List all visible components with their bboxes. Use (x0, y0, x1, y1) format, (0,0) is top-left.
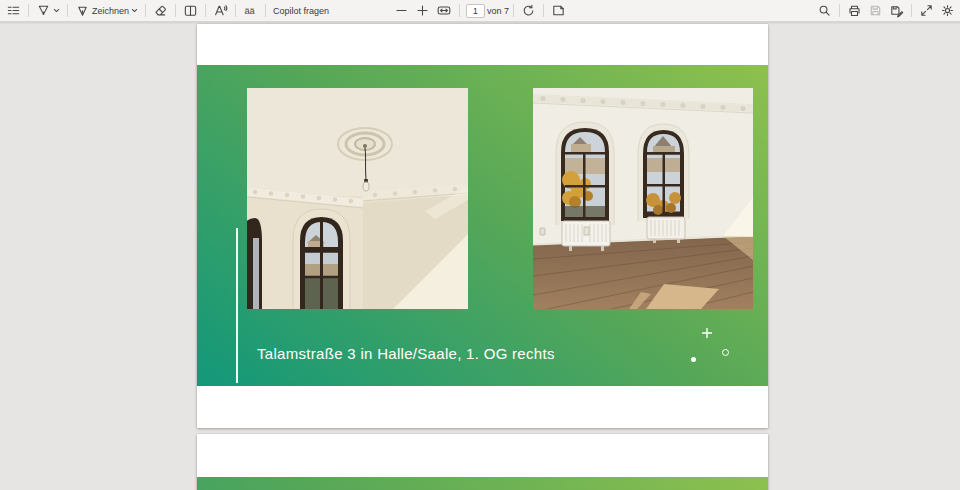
pdf-toolbar: Zeichnen ää Copilot fr (0, 0, 960, 22)
fit-width-icon (436, 3, 452, 18)
divider (145, 4, 146, 17)
slide-title: Talamstraße 3 in Halle/Saale, 1. OG rech… (257, 345, 555, 362)
draw-button[interactable]: Zeichnen (72, 1, 141, 20)
fullscreen-icon (919, 3, 934, 18)
copilot-label: Copilot fragen (273, 6, 329, 16)
toolbar-right-group (814, 0, 958, 21)
toolbar-left-group: Zeichnen ää Copilot fr (3, 0, 332, 21)
pdf-page-1: Talamstraße 3 in Halle/Saale, 1. OG rech… (197, 24, 768, 428)
settings-button[interactable] (937, 1, 958, 20)
photo-arched-windows-room (533, 88, 753, 309)
printer-icon (847, 3, 862, 18)
page-number-input[interactable] (466, 4, 485, 18)
ceiling-rosette-illustration (247, 88, 468, 309)
rotate-icon (521, 3, 536, 18)
pdf-viewer-canvas[interactable]: Talamstraße 3 in Halle/Saale, 1. OG rech… (0, 22, 960, 490)
photo-ceiling-rosette (247, 88, 468, 309)
divider (513, 4, 514, 17)
pdf-page-2 (197, 434, 768, 490)
divider (911, 4, 912, 17)
ring-decoration (722, 349, 729, 356)
copilot-button[interactable]: Copilot fragen (270, 4, 332, 18)
page-view-button[interactable] (180, 1, 201, 20)
page-layout-button[interactable] (548, 1, 569, 20)
read-aloud-icon (213, 3, 228, 18)
rotate-button[interactable] (518, 1, 539, 20)
chevron-down-icon (53, 7, 60, 14)
print-button[interactable] (844, 1, 865, 20)
divider (28, 4, 29, 17)
highlight-button[interactable] (33, 1, 63, 20)
plus-icon (701, 327, 713, 339)
divider (67, 4, 68, 17)
page-layout-icon (551, 3, 566, 18)
eraser-button[interactable] (150, 1, 171, 20)
plus-decoration (701, 327, 713, 339)
save-as-icon (889, 3, 904, 18)
eraser-icon (153, 3, 168, 18)
divider (839, 4, 840, 17)
minus-icon (394, 3, 409, 18)
columns-icon (183, 3, 198, 18)
divider (265, 4, 266, 17)
divider (235, 4, 236, 17)
save-as-button[interactable] (886, 1, 907, 20)
translate-button[interactable]: ää (240, 1, 261, 20)
zoom-in-button[interactable] (412, 1, 433, 20)
toolbar-center-group: von 7 (391, 0, 569, 21)
gear-icon (940, 3, 955, 18)
pen-icon (75, 3, 90, 18)
fullscreen-button[interactable] (916, 1, 937, 20)
zoom-out-button[interactable] (391, 1, 412, 20)
highlighter-icon (36, 3, 51, 18)
divider (543, 4, 544, 17)
slide-2 (197, 477, 768, 490)
fit-width-button[interactable] (433, 1, 455, 20)
search-icon (817, 3, 832, 18)
svg-text:ää: ää (244, 6, 255, 16)
divider (459, 4, 460, 17)
divider (205, 4, 206, 17)
search-button[interactable] (814, 1, 835, 20)
draw-label: Zeichnen (92, 6, 129, 16)
chevron-down-icon (131, 7, 138, 14)
toc-icon (6, 3, 21, 18)
page-total-label: von 7 (487, 6, 509, 16)
plus-icon (415, 3, 430, 18)
toc-button[interactable] (3, 1, 24, 20)
divider (175, 4, 176, 17)
dot-decoration (691, 357, 696, 362)
translate-icon: ää (243, 3, 258, 18)
read-aloud-button[interactable] (210, 1, 231, 20)
save-button (865, 1, 886, 20)
windows-room-illustration (533, 88, 753, 309)
accent-line (236, 228, 238, 383)
slide-1: Talamstraße 3 in Halle/Saale, 1. OG rech… (197, 65, 768, 386)
save-icon (868, 3, 883, 18)
